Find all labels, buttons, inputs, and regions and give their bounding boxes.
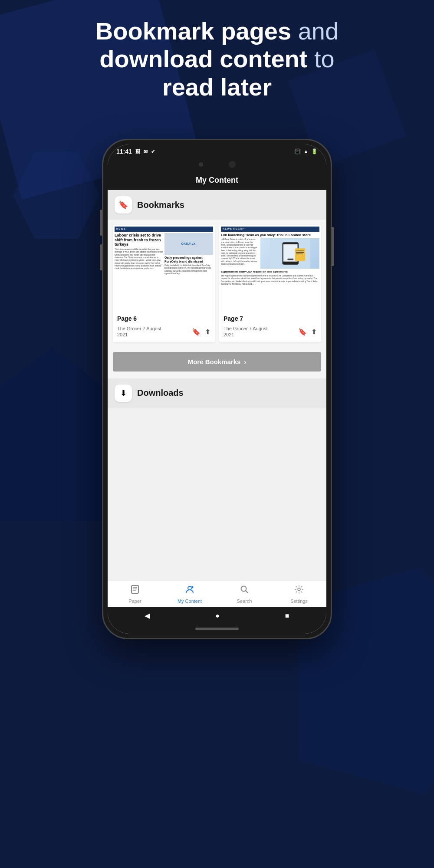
svg-rect-8 xyxy=(132,585,138,593)
card-2-image: NEWS RECAP Lidl launching 'scan as you s… xyxy=(219,225,321,312)
bookmark-cards-row: NEWS Labour crisis set to drive shift fr… xyxy=(108,220,326,348)
news-header-bar-2: NEWS RECAP xyxy=(221,227,319,232)
nav-search-label: Search xyxy=(237,598,252,604)
card-2-date: The Grocer 7 August 2021 xyxy=(224,326,268,338)
card-2-footer: The Grocer 7 August 2021 🔖 ⬆ xyxy=(219,324,321,342)
header-light-2: to xyxy=(307,45,334,72)
bookmark-card-1[interactable]: NEWS Labour crisis set to drive shift fr… xyxy=(113,225,215,342)
card-1-footer: The Grocer 7 August 2021 🔖 ⬆ xyxy=(113,324,215,342)
nav-settings[interactable]: Settings xyxy=(272,585,326,604)
android-back-btn[interactable]: ◀ xyxy=(145,612,150,620)
header-light-1: and xyxy=(291,17,339,45)
news-body-4: The major supermarkets have been given m… xyxy=(221,275,319,286)
card-2-bookmark-btn[interactable]: 🔖 xyxy=(298,328,307,336)
downloads-icon: ⬇ xyxy=(115,385,132,402)
downloads-title: Downloads xyxy=(137,388,184,398)
bookmarks-title: Bookmarks xyxy=(137,200,184,210)
camera-dot-large xyxy=(229,161,236,168)
scan-shop-image xyxy=(260,238,319,269)
android-nav-bar: ◀ ● ■ xyxy=(108,607,326,624)
android-recent-btn[interactable]: ■ xyxy=(285,612,289,620)
home-indicator xyxy=(108,624,326,634)
camera-icon: 🖼 xyxy=(135,149,140,154)
more-bookmarks-wrapper: More Bookmarks › xyxy=(108,348,326,378)
hero-header: Bookmark pages and download content to r… xyxy=(0,17,434,101)
more-bookmarks-button[interactable]: More Bookmarks › xyxy=(113,352,321,372)
volume-down-button xyxy=(100,244,102,270)
svg-point-17 xyxy=(298,588,300,591)
status-time: 11:41 xyxy=(116,148,132,155)
news-subhead-1: Oatly proceedings against PureOaty brand… xyxy=(164,256,213,263)
mail-icon: ✉ xyxy=(144,149,148,155)
news-headline-1: Labour crisis set to drive shift from fr… xyxy=(115,233,163,247)
card-1-date: The Grocer 7 August 2021 xyxy=(117,326,161,338)
bookmark-card-2[interactable]: NEWS RECAP Lidl launching 'scan as you s… xyxy=(219,225,321,342)
my-content-icon: + xyxy=(185,585,194,597)
oatly-image: OATLY LY! xyxy=(164,233,213,255)
card-1-image: NEWS Labour crisis set to drive shift fr… xyxy=(113,225,215,312)
news-col-right: OATLY LY! Oatly proceedings against Pure… xyxy=(164,233,213,275)
nav-my-content[interactable]: + My Content xyxy=(162,585,217,604)
paper-icon xyxy=(130,585,140,597)
status-bar: 11:41 🖼 ✉ ✔ 📳 ▲ 🔋 xyxy=(108,145,326,158)
news-col-left: Labour crisis set to drive shift from fr… xyxy=(115,233,163,275)
check-icon: ✔ xyxy=(151,149,155,155)
nav-paper-label: Paper xyxy=(128,598,141,604)
phone-screen: 11:41 🖼 ✉ ✔ 📳 ▲ 🔋 My Content xyxy=(108,145,326,634)
svg-rect-4 xyxy=(295,249,305,261)
card-1-bookmark-btn[interactable]: 🔖 xyxy=(192,328,201,336)
header-bold-2: download content xyxy=(99,45,307,72)
news-body-1: The turkey season could be cancelled thi… xyxy=(115,248,163,270)
app-title: My Content xyxy=(196,176,238,184)
android-home-btn[interactable]: ● xyxy=(215,612,220,620)
wifi-icon: ▲ xyxy=(303,148,309,155)
header-bold-1: Bookmark pages xyxy=(95,17,291,45)
camera-area xyxy=(108,158,326,171)
vibrate-icon: 📳 xyxy=(294,148,301,155)
bottom-navigation: Paper + My Content xyxy=(108,581,326,607)
volume-up-button xyxy=(100,210,102,236)
bookmarks-icon: 🔖 xyxy=(115,196,132,214)
phone-mockup: 11:41 🖼 ✉ ✔ 📳 ▲ 🔋 My Content xyxy=(102,139,332,639)
status-icons-right: 📳 ▲ 🔋 xyxy=(294,148,318,155)
app-header: My Content xyxy=(108,171,326,190)
newspaper-page-6: NEWS Labour crisis set to drive shift fr… xyxy=(113,225,215,312)
news-header-bar-1: NEWS xyxy=(115,227,213,232)
camera-dot-small xyxy=(199,162,203,167)
news-subhead-2: Supermarkets delay CMA request on land a… xyxy=(221,270,319,274)
news-body-3: Lidl Great Britain is to kick off a 'sca… xyxy=(221,238,258,266)
card-2-share-btn[interactable]: ⬆ xyxy=(311,328,317,336)
newspaper-page-7: NEWS RECAP Lidl launching 'scan as you s… xyxy=(219,225,321,312)
nav-paper[interactable]: Paper xyxy=(108,585,162,604)
downloads-section-header: ⬇ Downloads xyxy=(108,378,326,408)
power-button xyxy=(332,227,334,266)
nav-settings-label: Settings xyxy=(290,598,308,604)
bookmarks-section-header: 🔖 Bookmarks xyxy=(108,190,326,220)
card-2-actions[interactable]: 🔖 ⬆ xyxy=(298,328,317,336)
card-1-share-btn[interactable]: ⬆ xyxy=(205,328,210,336)
card-1-page-label: Page 6 xyxy=(113,312,215,324)
header-line3: read later xyxy=(162,73,272,101)
nav-search[interactable]: Search xyxy=(217,585,272,604)
phone-body: 11:41 🖼 ✉ ✔ 📳 ▲ 🔋 My Content xyxy=(102,139,332,639)
search-icon xyxy=(240,585,249,597)
nav-my-content-label: My Content xyxy=(178,598,202,604)
settings-icon xyxy=(294,585,304,597)
app-content: 🔖 Bookmarks NEWS Labour crisis set to xyxy=(108,190,326,581)
status-left: 11:41 🖼 ✉ ✔ xyxy=(116,148,155,155)
card-2-page-label: Page 7 xyxy=(219,312,321,324)
card-1-actions[interactable]: 🔖 ⬆ xyxy=(192,328,210,336)
news-body-2: Oatly has failed in its bid to halt the … xyxy=(164,264,213,275)
svg-line-16 xyxy=(246,591,248,593)
battery-icon: 🔋 xyxy=(311,148,318,155)
home-pill xyxy=(195,628,239,630)
svg-rect-3 xyxy=(287,259,293,260)
news-headline-2: Lidl launching 'scan as you shop' trial … xyxy=(221,233,319,237)
